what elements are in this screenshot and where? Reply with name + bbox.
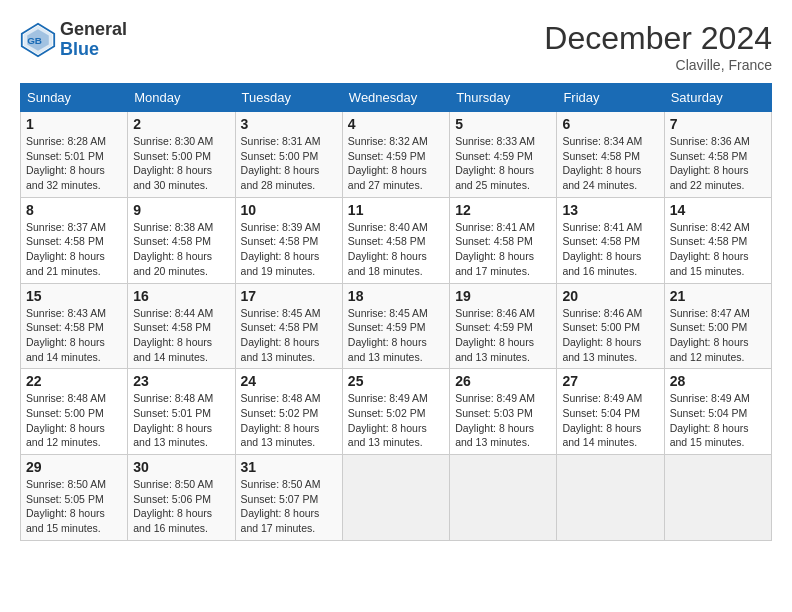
calendar-cell: 3Sunrise: 8:31 AMSunset: 5:00 PMDaylight… [235, 112, 342, 198]
calendar-cell: 26Sunrise: 8:49 AMSunset: 5:03 PMDayligh… [450, 369, 557, 455]
day-number: 8 [26, 202, 122, 218]
calendar-cell: 23Sunrise: 8:48 AMSunset: 5:01 PMDayligh… [128, 369, 235, 455]
column-header-sunday: Sunday [21, 84, 128, 112]
day-number: 2 [133, 116, 229, 132]
day-info: Sunrise: 8:39 AMSunset: 4:58 PMDaylight:… [241, 220, 337, 279]
calendar-cell: 27Sunrise: 8:49 AMSunset: 5:04 PMDayligh… [557, 369, 664, 455]
calendar-week-2: 8Sunrise: 8:37 AMSunset: 4:58 PMDaylight… [21, 197, 772, 283]
svg-text:GB: GB [27, 34, 42, 45]
day-number: 20 [562, 288, 658, 304]
day-number: 5 [455, 116, 551, 132]
day-info: Sunrise: 8:28 AMSunset: 5:01 PMDaylight:… [26, 134, 122, 193]
calendar-cell: 10Sunrise: 8:39 AMSunset: 4:58 PMDayligh… [235, 197, 342, 283]
calendar-week-4: 22Sunrise: 8:48 AMSunset: 5:00 PMDayligh… [21, 369, 772, 455]
calendar-cell: 18Sunrise: 8:45 AMSunset: 4:59 PMDayligh… [342, 283, 449, 369]
logo-text: GeneralBlue [60, 20, 127, 60]
column-header-wednesday: Wednesday [342, 84, 449, 112]
calendar-cell: 9Sunrise: 8:38 AMSunset: 4:58 PMDaylight… [128, 197, 235, 283]
calendar-cell: 29Sunrise: 8:50 AMSunset: 5:05 PMDayligh… [21, 455, 128, 541]
day-info: Sunrise: 8:31 AMSunset: 5:00 PMDaylight:… [241, 134, 337, 193]
day-number: 31 [241, 459, 337, 475]
day-info: Sunrise: 8:44 AMSunset: 4:58 PMDaylight:… [133, 306, 229, 365]
day-number: 25 [348, 373, 444, 389]
calendar-week-5: 29Sunrise: 8:50 AMSunset: 5:05 PMDayligh… [21, 455, 772, 541]
calendar-table: SundayMondayTuesdayWednesdayThursdayFrid… [20, 83, 772, 541]
day-number: 16 [133, 288, 229, 304]
location: Claville, France [544, 57, 772, 73]
day-info: Sunrise: 8:49 AMSunset: 5:04 PMDaylight:… [670, 391, 766, 450]
calendar-cell: 31Sunrise: 8:50 AMSunset: 5:07 PMDayligh… [235, 455, 342, 541]
calendar-cell [664, 455, 771, 541]
column-header-tuesday: Tuesday [235, 84, 342, 112]
calendar-cell: 1Sunrise: 8:28 AMSunset: 5:01 PMDaylight… [21, 112, 128, 198]
day-info: Sunrise: 8:50 AMSunset: 5:07 PMDaylight:… [241, 477, 337, 536]
day-number: 17 [241, 288, 337, 304]
day-info: Sunrise: 8:48 AMSunset: 5:00 PMDaylight:… [26, 391, 122, 450]
calendar-cell: 13Sunrise: 8:41 AMSunset: 4:58 PMDayligh… [557, 197, 664, 283]
day-info: Sunrise: 8:30 AMSunset: 5:00 PMDaylight:… [133, 134, 229, 193]
day-info: Sunrise: 8:48 AMSunset: 5:02 PMDaylight:… [241, 391, 337, 450]
day-number: 7 [670, 116, 766, 132]
day-info: Sunrise: 8:32 AMSunset: 4:59 PMDaylight:… [348, 134, 444, 193]
day-number: 29 [26, 459, 122, 475]
calendar-cell: 11Sunrise: 8:40 AMSunset: 4:58 PMDayligh… [342, 197, 449, 283]
day-number: 12 [455, 202, 551, 218]
calendar-cell: 24Sunrise: 8:48 AMSunset: 5:02 PMDayligh… [235, 369, 342, 455]
day-number: 26 [455, 373, 551, 389]
logo: GB GeneralBlue [20, 20, 127, 60]
day-info: Sunrise: 8:47 AMSunset: 5:00 PMDaylight:… [670, 306, 766, 365]
day-number: 4 [348, 116, 444, 132]
title-block: December 2024 Claville, France [544, 20, 772, 73]
calendar-cell: 30Sunrise: 8:50 AMSunset: 5:06 PMDayligh… [128, 455, 235, 541]
day-info: Sunrise: 8:45 AMSunset: 4:58 PMDaylight:… [241, 306, 337, 365]
calendar-week-1: 1Sunrise: 8:28 AMSunset: 5:01 PMDaylight… [21, 112, 772, 198]
calendar-cell [557, 455, 664, 541]
day-info: Sunrise: 8:41 AMSunset: 4:58 PMDaylight:… [455, 220, 551, 279]
column-header-thursday: Thursday [450, 84, 557, 112]
day-number: 24 [241, 373, 337, 389]
day-info: Sunrise: 8:49 AMSunset: 5:04 PMDaylight:… [562, 391, 658, 450]
day-info: Sunrise: 8:37 AMSunset: 4:58 PMDaylight:… [26, 220, 122, 279]
calendar-cell: 28Sunrise: 8:49 AMSunset: 5:04 PMDayligh… [664, 369, 771, 455]
day-info: Sunrise: 8:46 AMSunset: 5:00 PMDaylight:… [562, 306, 658, 365]
calendar-cell: 6Sunrise: 8:34 AMSunset: 4:58 PMDaylight… [557, 112, 664, 198]
day-number: 30 [133, 459, 229, 475]
calendar-cell: 5Sunrise: 8:33 AMSunset: 4:59 PMDaylight… [450, 112, 557, 198]
day-info: Sunrise: 8:41 AMSunset: 4:58 PMDaylight:… [562, 220, 658, 279]
day-info: Sunrise: 8:50 AMSunset: 5:05 PMDaylight:… [26, 477, 122, 536]
day-number: 11 [348, 202, 444, 218]
calendar-cell: 21Sunrise: 8:47 AMSunset: 5:00 PMDayligh… [664, 283, 771, 369]
calendar-cell: 19Sunrise: 8:46 AMSunset: 4:59 PMDayligh… [450, 283, 557, 369]
column-header-friday: Friday [557, 84, 664, 112]
day-number: 27 [562, 373, 658, 389]
day-info: Sunrise: 8:33 AMSunset: 4:59 PMDaylight:… [455, 134, 551, 193]
logo-icon: GB [20, 22, 56, 58]
calendar-cell: 17Sunrise: 8:45 AMSunset: 4:58 PMDayligh… [235, 283, 342, 369]
day-info: Sunrise: 8:49 AMSunset: 5:03 PMDaylight:… [455, 391, 551, 450]
day-number: 28 [670, 373, 766, 389]
calendar-cell: 2Sunrise: 8:30 AMSunset: 5:00 PMDaylight… [128, 112, 235, 198]
month-title: December 2024 [544, 20, 772, 57]
calendar-week-3: 15Sunrise: 8:43 AMSunset: 4:58 PMDayligh… [21, 283, 772, 369]
day-info: Sunrise: 8:40 AMSunset: 4:58 PMDaylight:… [348, 220, 444, 279]
day-number: 6 [562, 116, 658, 132]
calendar-cell: 8Sunrise: 8:37 AMSunset: 4:58 PMDaylight… [21, 197, 128, 283]
calendar-cell: 22Sunrise: 8:48 AMSunset: 5:00 PMDayligh… [21, 369, 128, 455]
day-number: 1 [26, 116, 122, 132]
calendar-cell: 16Sunrise: 8:44 AMSunset: 4:58 PMDayligh… [128, 283, 235, 369]
calendar-cell: 14Sunrise: 8:42 AMSunset: 4:58 PMDayligh… [664, 197, 771, 283]
day-number: 13 [562, 202, 658, 218]
column-header-saturday: Saturday [664, 84, 771, 112]
day-info: Sunrise: 8:34 AMSunset: 4:58 PMDaylight:… [562, 134, 658, 193]
day-info: Sunrise: 8:43 AMSunset: 4:58 PMDaylight:… [26, 306, 122, 365]
calendar-cell: 12Sunrise: 8:41 AMSunset: 4:58 PMDayligh… [450, 197, 557, 283]
day-number: 15 [26, 288, 122, 304]
day-info: Sunrise: 8:45 AMSunset: 4:59 PMDaylight:… [348, 306, 444, 365]
day-info: Sunrise: 8:38 AMSunset: 4:58 PMDaylight:… [133, 220, 229, 279]
calendar-cell: 15Sunrise: 8:43 AMSunset: 4:58 PMDayligh… [21, 283, 128, 369]
page-header: GB GeneralBlue December 2024 Claville, F… [20, 20, 772, 73]
column-header-monday: Monday [128, 84, 235, 112]
calendar-cell: 25Sunrise: 8:49 AMSunset: 5:02 PMDayligh… [342, 369, 449, 455]
day-info: Sunrise: 8:49 AMSunset: 5:02 PMDaylight:… [348, 391, 444, 450]
day-number: 14 [670, 202, 766, 218]
